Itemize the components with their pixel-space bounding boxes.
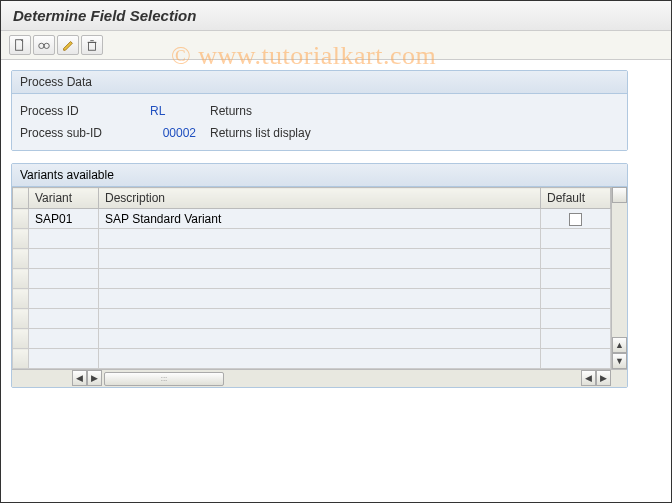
- svg-rect-3: [89, 42, 96, 50]
- process-subid-value[interactable]: 00002: [150, 126, 210, 140]
- cell-description[interactable]: [99, 249, 541, 269]
- cell-variant[interactable]: [29, 289, 99, 309]
- svg-point-2: [44, 43, 49, 48]
- cell-variant[interactable]: [29, 249, 99, 269]
- delete-button[interactable]: [81, 35, 103, 55]
- scroll-up-button[interactable]: ▲: [612, 337, 627, 353]
- row-selector[interactable]: [13, 229, 29, 249]
- hscroll-thumb[interactable]: :::: [104, 372, 224, 386]
- variants-header: Variants available: [12, 164, 627, 187]
- variants-panel: Variants available Variant Description D…: [11, 163, 628, 388]
- process-id-value[interactable]: RL: [150, 104, 210, 118]
- cell-default[interactable]: [541, 349, 611, 369]
- title-bar: Determine Field Selection: [1, 1, 671, 31]
- process-data-header: Process Data: [12, 71, 627, 94]
- cell-description[interactable]: [99, 349, 541, 369]
- table-row[interactable]: SAP01SAP Standard Variant: [13, 209, 611, 229]
- process-id-label: Process ID: [20, 104, 150, 118]
- column-variant[interactable]: Variant: [29, 188, 99, 209]
- toolbar: [1, 31, 671, 60]
- row-selector[interactable]: [13, 329, 29, 349]
- column-default[interactable]: Default: [541, 188, 611, 209]
- cell-default[interactable]: [541, 289, 611, 309]
- table-row[interactable]: [13, 329, 611, 349]
- table-row[interactable]: [13, 309, 611, 329]
- table-row[interactable]: [13, 349, 611, 369]
- table-row[interactable]: [13, 289, 611, 309]
- glasses-icon: [37, 38, 51, 52]
- scroll-last-button[interactable]: ▶: [596, 370, 611, 386]
- process-subid-row: Process sub-ID 00002 Returns list displa…: [20, 122, 619, 144]
- cell-variant[interactable]: [29, 349, 99, 369]
- cell-variant[interactable]: [29, 269, 99, 289]
- scroll-right-button[interactable]: ◀: [581, 370, 596, 386]
- cell-variant[interactable]: SAP01: [29, 209, 99, 229]
- edit-button[interactable]: [57, 35, 79, 55]
- table-row[interactable]: [13, 249, 611, 269]
- process-id-row: Process ID RL Returns: [20, 100, 619, 122]
- variants-table: Variant Description Default SAP01SAP Sta…: [12, 187, 611, 369]
- horizontal-scrollbar[interactable]: ◀ ▶ ::: ◀ ▶: [12, 369, 627, 387]
- process-subid-desc: Returns list display: [210, 126, 619, 140]
- svg-point-1: [39, 43, 44, 48]
- cell-default[interactable]: [541, 269, 611, 289]
- cell-description[interactable]: [99, 229, 541, 249]
- cell-variant[interactable]: [29, 309, 99, 329]
- cell-variant[interactable]: [29, 229, 99, 249]
- row-selector[interactable]: [13, 349, 29, 369]
- cell-default[interactable]: [541, 209, 611, 229]
- cell-description[interactable]: SAP Standard Variant: [99, 209, 541, 229]
- cell-variant[interactable]: [29, 329, 99, 349]
- scroll-top-button[interactable]: [612, 187, 627, 203]
- cell-default[interactable]: [541, 229, 611, 249]
- row-selector[interactable]: [13, 249, 29, 269]
- scroll-down-button[interactable]: ▼: [612, 353, 627, 369]
- display-button[interactable]: [33, 35, 55, 55]
- cell-description[interactable]: [99, 289, 541, 309]
- hscroll-track[interactable]: :::: [102, 370, 462, 387]
- cell-default[interactable]: [541, 249, 611, 269]
- cell-default[interactable]: [541, 309, 611, 329]
- trash-icon: [85, 38, 99, 52]
- process-id-desc: Returns: [210, 104, 619, 118]
- process-subid-label: Process sub-ID: [20, 126, 150, 140]
- new-button[interactable]: [9, 35, 31, 55]
- cell-default[interactable]: [541, 329, 611, 349]
- row-selector[interactable]: [13, 289, 29, 309]
- column-description[interactable]: Description: [99, 188, 541, 209]
- row-selector[interactable]: [13, 269, 29, 289]
- pencil-icon: [61, 38, 75, 52]
- checkbox-icon[interactable]: [569, 213, 582, 226]
- scroll-first-button[interactable]: ◀: [72, 370, 87, 386]
- scroll-left-button[interactable]: ▶: [87, 370, 102, 386]
- cell-description[interactable]: [99, 329, 541, 349]
- table-row[interactable]: [13, 269, 611, 289]
- row-selector[interactable]: [13, 309, 29, 329]
- table-row[interactable]: [13, 229, 611, 249]
- new-document-icon: [13, 38, 27, 52]
- vertical-scrollbar[interactable]: ▲ ▼: [611, 187, 627, 369]
- svg-rect-0: [16, 40, 23, 51]
- process-data-panel: Process Data Process ID RL Returns Proce…: [11, 70, 628, 151]
- page-title: Determine Field Selection: [13, 7, 659, 24]
- cell-description[interactable]: [99, 269, 541, 289]
- row-selector[interactable]: [13, 209, 29, 229]
- row-selector-header[interactable]: [13, 188, 29, 209]
- cell-description[interactable]: [99, 309, 541, 329]
